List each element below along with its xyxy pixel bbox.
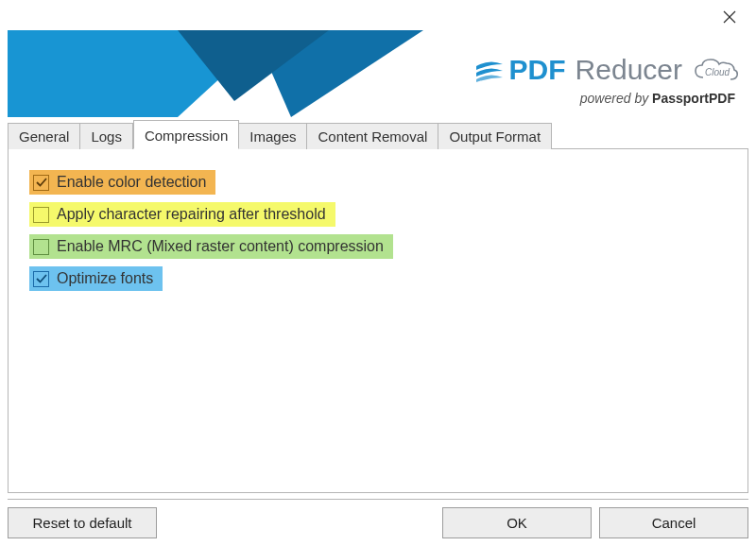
- powered-prefix: powered by: [580, 91, 652, 106]
- check-icon: [36, 177, 47, 188]
- cloud-icon: Cloud: [692, 57, 739, 83]
- option-char-repair[interactable]: Apply character repairing after threshol…: [29, 202, 335, 227]
- option-label: Enable MRC (Mixed raster content) compre…: [57, 238, 384, 255]
- tab-images[interactable]: Images: [239, 123, 307, 149]
- tab-output-format[interactable]: Output Format: [438, 123, 552, 149]
- tab-content-removal[interactable]: Content Removal: [307, 123, 438, 149]
- powered-brand: PassportPDF: [652, 91, 735, 106]
- compression-panel: Enable color detection Apply character r…: [8, 149, 748, 493]
- dialog-footer: Reset to default OK Cancel: [8, 499, 748, 540]
- powered-by: powered by PassportPDF: [580, 91, 735, 106]
- check-icon: [36, 273, 47, 284]
- banner-graphic: [8, 30, 423, 117]
- tab-logs[interactable]: Logs: [80, 123, 133, 149]
- app-logo: PDF Reducer Cloud: [475, 54, 739, 86]
- tab-general[interactable]: General: [8, 123, 80, 149]
- checkbox-color-detection[interactable]: [33, 175, 49, 191]
- option-label: Enable color detection: [57, 174, 206, 191]
- tab-compression[interactable]: Compression: [133, 120, 239, 149]
- cloud-label: Cloud: [705, 67, 730, 77]
- settings-dialog: PDF Reducer Cloud powered by PassportPDF…: [0, 0, 756, 546]
- checkbox-mrc[interactable]: [33, 239, 49, 255]
- tab-bar: General Logs Compression Images Content …: [8, 121, 748, 149]
- option-mrc[interactable]: Enable MRC (Mixed raster content) compre…: [29, 234, 393, 259]
- checkbox-optimize-fonts[interactable]: [33, 271, 49, 287]
- reset-button[interactable]: Reset to default: [8, 507, 157, 538]
- option-optimize-fonts[interactable]: Optimize fonts: [29, 266, 163, 291]
- checkbox-char-repair[interactable]: [33, 207, 49, 223]
- option-label: Optimize fonts: [57, 270, 153, 287]
- logo-brand-bold: PDF: [509, 54, 566, 86]
- option-label: Apply character repairing after threshol…: [57, 206, 326, 223]
- close-icon: [723, 10, 736, 24]
- logo-brand-thin: Reducer: [576, 54, 682, 86]
- header-banner: PDF Reducer Cloud powered by PassportPDF: [8, 30, 748, 117]
- ok-button[interactable]: OK: [442, 507, 592, 538]
- option-enable-color-detection[interactable]: Enable color detection: [29, 170, 215, 195]
- logo-swoosh-icon: [475, 59, 504, 82]
- cancel-button[interactable]: Cancel: [599, 507, 748, 538]
- close-button[interactable]: [720, 8, 739, 26]
